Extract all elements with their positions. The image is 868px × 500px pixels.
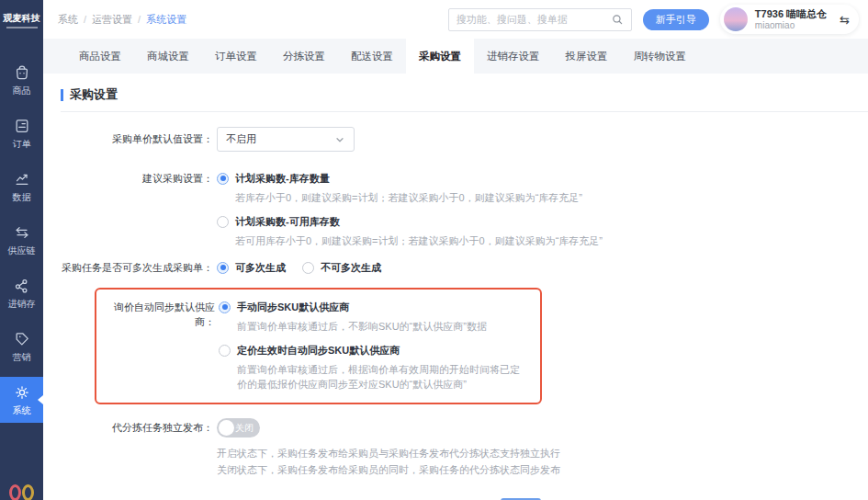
radio-label: 计划采购数-库存数量 xyxy=(235,172,330,186)
option-multi-allowed: 可多次生成 xyxy=(217,260,286,275)
pre-sort-toggle[interactable]: 关闭 xyxy=(217,418,260,438)
sidebar-item-label: 订单 xyxy=(13,138,31,151)
purchase-settings-panel: 采购设置 采购单价默认值设置： 不启用 建议采购设置： xyxy=(43,74,868,500)
radio-label: 定价生效时自动同步SKU默认供应商 xyxy=(237,344,400,358)
option-description: 前置询价单审核通过后，根据询价单有效周期的开始时间将已定价的最低报价供应商同步至… xyxy=(237,362,529,392)
price-default-select[interactable]: 不启用 xyxy=(217,127,355,152)
breadcrumb-item-system[interactable]: 系统 xyxy=(58,13,78,27)
radio-auto-sync-on-pricing[interactable] xyxy=(219,345,231,357)
global-search xyxy=(448,8,632,31)
tag-icon xyxy=(13,330,31,348)
option-plan-minus-stock: 计划采购数-库存数量 若库存小于0，则建议采购=计划；若建议采购小于0，则建议采… xyxy=(217,171,603,205)
avatar[interactable] xyxy=(724,7,748,31)
breadcrumb-item-system-settings[interactable]: 系统设置 xyxy=(146,13,186,27)
radio-plan-minus-stock[interactable] xyxy=(217,173,229,185)
tab-inventory-settings[interactable]: 进销存设置 xyxy=(474,39,553,74)
radio-label: 计划采购数-可用库存数 xyxy=(235,215,340,229)
tab-screen-cast-settings[interactable]: 投屏设置 xyxy=(553,39,621,74)
sidebar-nav: 商品 订单 数据 供应链 xyxy=(0,53,43,426)
toggle-description-line: 开启状态下，采购任务发布给采购员与采购任务发布代分拣状态支持独立执行 xyxy=(217,446,560,461)
radio-label: 手动同步SKU默认供应商 xyxy=(237,301,349,314)
switch-account-icon[interactable]: ⇆ xyxy=(840,13,850,27)
form-row-price-default: 采购单价默认值设置： 不启用 xyxy=(61,127,868,152)
field-label-multi-generate: 采购任务是否可多次生成采购单： xyxy=(61,260,217,275)
topbar: 系统 / 运营设置 / 系统设置 新手引导 T7936 喵喵总仓 xyxy=(43,0,868,39)
radio-multi-not-allowed[interactable] xyxy=(302,262,314,274)
sidebar-item-goods[interactable]: 商品 xyxy=(0,53,43,107)
guanmai-mark-logo xyxy=(9,484,34,500)
sidebar-item-supply-chain[interactable]: 供应链 xyxy=(0,213,43,267)
form-row-suggest-purchase: 建议采购设置： 计划采购数-库存数量 若库存小于0，则建议采购=计划；若建议采购… xyxy=(61,171,868,248)
tab-sorting-settings[interactable]: 分拣设置 xyxy=(270,39,338,74)
option-manual-sync: 手动同步SKU默认供应商 前置询价单审核通过后，不影响SKU的“默认供应商”数据 xyxy=(219,300,529,334)
supply-chain-icon xyxy=(13,223,31,242)
select-value: 不启用 xyxy=(226,132,334,146)
tab-purchase-settings[interactable]: 采购设置 xyxy=(406,39,474,74)
gear-icon xyxy=(13,383,31,402)
sidebar-item-orders[interactable]: 订单 xyxy=(0,107,43,160)
user-name: T7936 喵喵总仓 xyxy=(755,8,827,20)
field-label-suggest-purchase: 建议采购设置： xyxy=(61,171,217,186)
tab-delivery-settings[interactable]: 配送设置 xyxy=(338,39,406,74)
toggle-description-line: 关闭状态下，采购任务发布给采购员的同时，采购任务的代分拣状态同步发布 xyxy=(217,462,560,478)
section-header: 采购设置 xyxy=(61,86,868,112)
settings-tabbar: 商品设置 商城设置 订单设置 分拣设置 配送设置 采购设置 进销存设置 投屏设置… xyxy=(43,39,868,74)
topbar-right: 新手引导 T7936 喵喵总仓 miaomiao ⇆ xyxy=(448,5,859,34)
user-card: T7936 喵喵总仓 miaomiao ⇆ xyxy=(720,5,859,34)
bag-icon xyxy=(13,63,31,82)
option-multi-not-allowed: 不可多次生成 xyxy=(302,260,381,275)
radio-label: 不可多次生成 xyxy=(321,261,381,275)
form-row-multi-generate: 采购任务是否可多次生成采购单： 可多次生成 不可多次生成 xyxy=(61,260,868,275)
chart-icon xyxy=(13,170,31,188)
brand-name: 观麦科技 xyxy=(4,12,40,25)
toggle-knob xyxy=(219,420,234,436)
inventory-icon xyxy=(13,277,31,295)
field-label-price-default: 采购单价默认值设置： xyxy=(61,127,217,152)
sidebar: 观麦科技 商品 订单 数据 xyxy=(0,0,43,500)
sidebar-item-marketing[interactable]: 营销 xyxy=(0,320,43,373)
breadcrumb-separator: / xyxy=(84,14,86,25)
tab-goods-settings[interactable]: 商品设置 xyxy=(66,39,134,74)
option-description: 若可用库存小于0，则建议采购=计划；若建议采购小于0，则建议采购为“库存充足” xyxy=(235,233,603,248)
app-window: 观麦科技 商品 订单 数据 xyxy=(0,0,868,500)
sidebar-item-label: 供应链 xyxy=(8,244,36,257)
sidebar-item-system[interactable]: 系统 xyxy=(0,377,43,423)
field-label-inquiry-sync: 询价自动同步默认供应商： xyxy=(96,300,219,392)
option-description: 前置询价单审核通过后，不影响SKU的“默认供应商”数据 xyxy=(237,319,529,334)
brand-logo: 观麦科技 xyxy=(0,0,43,40)
tab-mall-settings[interactable]: 商城设置 xyxy=(134,39,202,74)
sidebar-item-inventory[interactable]: 进销存 xyxy=(0,267,43,320)
radio-multi-allowed[interactable] xyxy=(217,262,229,274)
logo-ring-red xyxy=(9,484,21,500)
sidebar-item-label: 数据 xyxy=(13,191,31,204)
tab-order-settings[interactable]: 订单设置 xyxy=(202,39,270,74)
sidebar-item-label: 系统 xyxy=(13,404,31,417)
field-label-pre-sort-publish: 代分拣任务独立发布： xyxy=(61,418,217,438)
page-title: 采购设置 xyxy=(70,86,118,103)
chevron-down-icon xyxy=(334,134,345,145)
breadcrumb-separator: / xyxy=(138,14,141,25)
breadcrumb-item-operation-settings[interactable]: 运营设置 xyxy=(92,13,132,27)
radio-manual-sync[interactable] xyxy=(219,301,231,313)
beginner-guide-button[interactable]: 新手引导 xyxy=(643,9,709,30)
main-area: 系统 / 运营设置 / 系统设置 新手引导 T7936 喵喵总仓 xyxy=(43,0,868,500)
logo-ring-yellow xyxy=(22,484,34,500)
radio-label: 可多次生成 xyxy=(235,261,286,275)
tab-turnover-settings[interactable]: 周转物设置 xyxy=(621,39,700,74)
sidebar-item-data[interactable]: 数据 xyxy=(0,160,43,213)
breadcrumb: 系统 / 运营设置 / 系统设置 xyxy=(58,13,186,27)
sidebar-item-label: 商品 xyxy=(13,85,31,97)
radio-plan-minus-available-stock[interactable] xyxy=(217,216,229,228)
option-auto-sync-on-pricing: 定价生效时自动同步SKU默认供应商 前置询价单审核通过后，根据询价单有效周期的开… xyxy=(219,343,529,392)
form-row-pre-sort-publish: 代分拣任务独立发布： 关闭 开启状态下，采购任务发布给采购员与采购任务发布代分拣… xyxy=(61,418,868,478)
user-meta: T7936 喵喵总仓 miaomiao xyxy=(755,8,827,30)
order-icon xyxy=(13,117,31,135)
highlight-box-inquiry-sync: 询价自动同步默认供应商： 手动同步SKU默认供应商 前置询价单审核通过后，不影响… xyxy=(95,288,542,404)
section-accent-bar xyxy=(61,89,63,101)
search-icon[interactable] xyxy=(611,13,624,26)
search-input[interactable] xyxy=(457,14,611,25)
sidebar-item-label: 进销存 xyxy=(8,298,36,311)
sidebar-item-label: 营销 xyxy=(13,351,31,364)
option-plan-minus-available-stock: 计划采购数-可用库存数 若可用库存小于0，则建议采购=计划；若建议采购小于0，则… xyxy=(217,214,603,248)
brand-subline xyxy=(6,27,38,28)
